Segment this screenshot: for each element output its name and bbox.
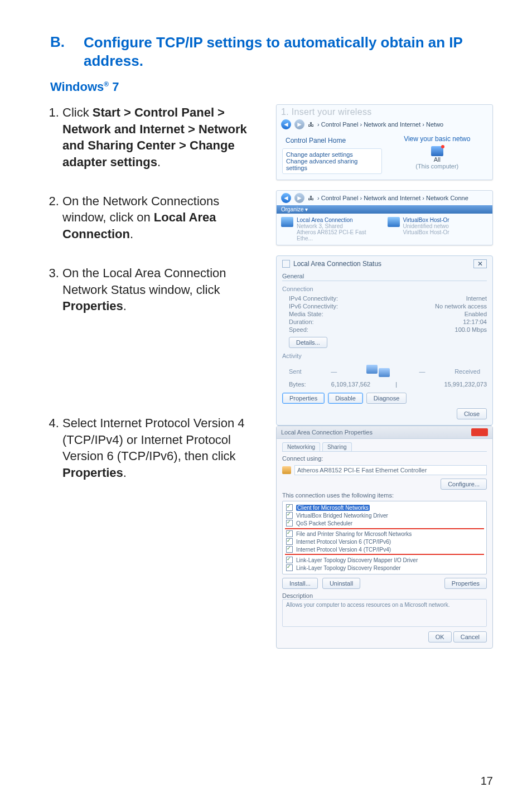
step-4: Select Internet Protocol Version 4 (TCP/… xyxy=(62,415,265,481)
view-basic-link[interactable]: View your basic netwo xyxy=(388,135,487,143)
change-advanced-link[interactable]: Change advanced sharing settings xyxy=(286,158,378,171)
kv-media: Media State:Enabled xyxy=(282,310,487,318)
window-title: Local Area Connection Status xyxy=(293,260,381,268)
close-icon[interactable]: ✕ xyxy=(473,259,487,268)
diagnose-button[interactable]: Diagnose xyxy=(366,393,407,404)
ok-button[interactable]: OK xyxy=(428,631,452,642)
step-3: On the Local Area Connection Network Sta… xyxy=(62,265,265,315)
organize-button[interactable]: Organize ▾ xyxy=(277,205,492,214)
close-button[interactable]: Close xyxy=(457,408,487,419)
section-letter: B. xyxy=(50,33,84,51)
section-title: Configure TCP/IP settings to automatical… xyxy=(84,33,493,70)
computer-label: All xyxy=(388,156,487,163)
received-label: Received xyxy=(454,368,480,375)
breadcrumb[interactable]: ◄ ► 🖧 › Control Panel › Network and Inte… xyxy=(277,117,492,132)
step-1: Click Start > Control Panel > Network an… xyxy=(62,104,265,171)
network-adapter-icon xyxy=(388,217,400,227)
local-area-connection-item[interactable]: Local Area Connection Network 3, Shared … xyxy=(281,217,382,241)
watermark-text: 1. Insert your wireless xyxy=(277,105,492,117)
step-2: On the Network Connections window, click… xyxy=(62,193,265,243)
screenshot-connection-status: Local Area Connection Status ✕ General C… xyxy=(276,255,493,426)
nav-forward-icon[interactable]: ► xyxy=(294,119,304,129)
breadcrumb-path[interactable]: › Control Panel › Network and Internet ›… xyxy=(317,121,443,128)
nav-forward-icon[interactable]: ► xyxy=(294,193,304,203)
breadcrumb-net-icon: 🖧 xyxy=(308,121,314,128)
tab-networking[interactable]: Networking xyxy=(282,442,320,451)
window-icon xyxy=(282,260,290,268)
group-activity: Activity xyxy=(282,352,487,359)
page-number: 17 xyxy=(481,775,493,787)
activity-icon xyxy=(366,364,390,379)
subheading-os: Windows xyxy=(50,80,104,94)
item-client[interactable]: Client for Microsoft Networks xyxy=(296,505,370,511)
breadcrumb-net-icon: 🖧 xyxy=(308,195,314,201)
disable-button[interactable]: Disable xyxy=(328,393,363,404)
control-panel-home-link[interactable]: Control Panel Home xyxy=(282,135,382,146)
breadcrumb[interactable]: ◄ ► 🖧 › Control Panel › Network and Inte… xyxy=(277,191,492,205)
subheading-ver: 7 xyxy=(109,80,119,94)
nic-field: Atheros AR8152 PCI-E Fast Ethernet Contr… xyxy=(294,465,487,475)
items-listbox[interactable]: Client for Microsoft Networks VirtualBox… xyxy=(282,501,487,574)
registered-icon: ® xyxy=(104,80,109,88)
connect-using-label: Connect using: xyxy=(282,455,487,462)
nic-icon xyxy=(282,466,291,474)
bytes-received: 15,991,232,073 xyxy=(397,381,487,388)
item-qos[interactable]: QoS Packet Scheduler xyxy=(296,520,352,526)
change-adapter-link[interactable]: Change adapter settings xyxy=(286,151,378,158)
section-heading: B. Configure TCP/IP settings to automati… xyxy=(50,33,493,70)
bytes-sent: 6,109,137,562 xyxy=(306,381,396,388)
description-text: Allows your computer to access resources… xyxy=(282,599,487,627)
network-adapter-icon xyxy=(281,217,293,227)
kv-duration: Duration:12:17:04 xyxy=(282,318,487,326)
description-label: Description xyxy=(282,592,487,599)
cancel-button[interactable]: Cancel xyxy=(453,631,487,642)
kv-ipv4: IPv4 Connectivity:Internet xyxy=(282,294,487,302)
item-lltd-responder[interactable]: Link-Layer Topology Discovery Responder xyxy=(296,565,401,571)
kv-ipv6: IPv6 Connectivity:No network access xyxy=(282,302,487,310)
item-ipv6[interactable]: Internet Protocol Version 6 (TCP/IPv6) xyxy=(296,539,391,545)
bytes-label: Bytes: xyxy=(289,381,306,388)
items-label: This connection uses the following items… xyxy=(282,492,487,499)
kv-speed: Speed:100.0 Mbps xyxy=(282,326,487,334)
item-lltd-mapper[interactable]: Link-Layer Topology Discovery Mapper I/O… xyxy=(296,557,418,563)
group-connection: Connection xyxy=(282,286,487,292)
item-ipv4[interactable]: Internet Protocol Version 4 (TCP/IPv4) xyxy=(296,547,391,553)
this-computer-label: (This computer) xyxy=(388,163,487,170)
item-properties-button[interactable]: Properties xyxy=(444,578,487,589)
sent-label: Sent xyxy=(289,368,302,375)
tab-general[interactable]: General xyxy=(282,270,487,281)
computer-icon xyxy=(431,146,443,156)
virtualbox-connection-item[interactable]: VirtualBox Host-Or Unidentified netwo Vi… xyxy=(388,217,489,241)
item-vbox[interactable]: VirtualBox Bridged Networking Driver xyxy=(296,513,388,519)
steps-list: Click Start > Control Panel > Network an… xyxy=(50,104,265,481)
install-button[interactable]: Install... xyxy=(282,578,318,589)
screenshot-control-panel: 1. Insert your wireless ◄ ► 🖧 › Control … xyxy=(276,104,493,180)
window-title: Local Area Connection Properties xyxy=(281,429,373,436)
tab-sharing[interactable]: Sharing xyxy=(322,442,351,451)
details-button[interactable]: Details... xyxy=(289,337,327,348)
close-icon[interactable] xyxy=(471,428,488,436)
item-fps[interactable]: File and Printer Sharing for Microsoft N… xyxy=(296,531,412,537)
configure-button[interactable]: Configure... xyxy=(441,479,487,490)
nav-back-icon[interactable]: ◄ xyxy=(281,193,291,203)
breadcrumb-path[interactable]: › Control Panel › Network and Internet ›… xyxy=(317,195,468,201)
uninstall-button[interactable]: Uninstall xyxy=(322,578,360,589)
screenshot-network-connections: ◄ ► 🖧 › Control Panel › Network and Inte… xyxy=(276,190,493,245)
screenshot-connection-properties: Local Area Connection Properties Network… xyxy=(276,426,493,649)
properties-button[interactable]: Properties xyxy=(282,393,325,404)
subheading: Windows® 7 xyxy=(50,80,493,94)
nav-back-icon[interactable]: ◄ xyxy=(281,119,291,129)
